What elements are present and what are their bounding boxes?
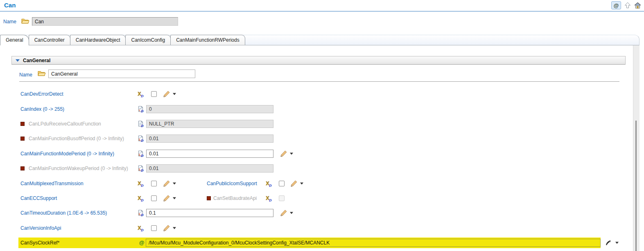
- name-label: Name: [3, 19, 16, 25]
- svg-text:D: D: [269, 183, 272, 187]
- svg-text:D: D: [140, 213, 144, 217]
- boolean-param-icon: XD: [137, 180, 144, 187]
- boolean-param-icon: XD: [265, 195, 272, 202]
- param-row-cantimeoutduration: CanTimeoutDuration (1.0E-6 -> 65.535) 1.…: [0, 206, 639, 220]
- tab-label: CanController: [34, 37, 65, 43]
- param-value-field[interactable]: [146, 150, 273, 158]
- param-value-field[interactable]: [146, 105, 273, 113]
- edit-pencil-icon[interactable]: [290, 180, 298, 187]
- open-folder-icon: [21, 18, 29, 24]
- reference-value-field[interactable]: [146, 239, 601, 247]
- svg-text:D: D: [140, 168, 144, 172]
- editor-window: Can @ Name Gen: [0, 0, 644, 251]
- param-row-cansysclockref: CanSysClockRef* @: [0, 235, 639, 250]
- param-row-canmainfunctionbusoffperiod: CanMainFunctionBusoffPeriod (0 -> Infini…: [0, 131, 639, 146]
- param-row-canlpdureceivecalloutfunction: CanLPduReceiveCalloutFunction D: [0, 117, 639, 131]
- param-checkbox[interactable]: [151, 181, 157, 186]
- page-title: Can: [4, 2, 16, 9]
- svg-text:D: D: [269, 198, 272, 202]
- param-label: CanMainFunctionWakeupPeriod (0 -> Infini…: [29, 166, 128, 171]
- param-row-caneccsupport: CanECCSupport XD CanSetBaudrateApi XD: [0, 191, 639, 206]
- tab-canmainfunctionrwperiods[interactable]: CanMainFunctionRWPeriods: [170, 35, 245, 45]
- param-checkbox: [279, 195, 285, 201]
- disabled-marker: [20, 122, 25, 126]
- chevron-down-icon[interactable]: [173, 182, 176, 184]
- edit-pencil-icon[interactable]: [163, 90, 170, 98]
- reference-at-icon: @: [138, 240, 145, 246]
- tab-label: CanHardwareObject: [76, 37, 120, 43]
- boolean-param-icon: XD: [137, 195, 144, 202]
- up-arrow-icon[interactable]: [624, 2, 631, 9]
- parameter-list: CanDevErrorDetect XD CanIndex (0 -> 255)…: [0, 87, 639, 250]
- edit-pencil-icon[interactable]: [163, 195, 170, 202]
- edit-pencil-icon[interactable]: [163, 180, 170, 187]
- tab-canhardwareobject[interactable]: CanHardwareObject: [70, 35, 126, 45]
- float-param-icon: 1.D: [137, 135, 144, 142]
- param-value-field: [146, 134, 273, 143]
- chevron-down-icon[interactable]: [290, 152, 293, 155]
- page-header: Can @: [0, 0, 644, 11]
- collapse-triangle-icon: [16, 59, 20, 62]
- param-label: CanLPduReceiveCalloutFunction: [29, 121, 101, 127]
- chevron-down-icon[interactable]: [615, 242, 619, 244]
- chevron-down-icon[interactable]: [290, 212, 293, 214]
- container-name-field[interactable]: [48, 69, 195, 78]
- param-label[interactable]: CanDevErrorDetect: [20, 91, 63, 97]
- svg-text:D: D: [140, 94, 144, 98]
- tab-label: CanMainFunctionRWPeriods: [176, 37, 240, 43]
- cangeneral-section-header[interactable]: CanGeneral: [11, 56, 626, 65]
- at-navigation-icon[interactable]: @: [611, 1, 621, 9]
- string-param-icon: D: [137, 120, 144, 127]
- chevron-down-icon[interactable]: [173, 197, 176, 199]
- disabled-marker: [20, 137, 25, 141]
- param-label: CanSetBaudrateApi: [213, 195, 257, 201]
- param-label[interactable]: CanMultiplexedTransmission: [20, 181, 84, 186]
- chevron-down-icon[interactable]: [173, 227, 176, 229]
- tab-general[interactable]: General: [0, 35, 29, 45]
- disabled-marker: [207, 196, 211, 200]
- chevron-down-icon[interactable]: [300, 182, 303, 184]
- edit-pencil-icon[interactable]: [163, 224, 170, 232]
- name-label: Name: [19, 72, 32, 78]
- svg-text:D: D: [140, 228, 144, 231]
- param-value-field: [146, 120, 273, 128]
- param-label[interactable]: CanPublicIcomSupport: [207, 181, 257, 186]
- edit-pencil-icon[interactable]: [280, 209, 287, 217]
- param-label[interactable]: CanMainFunctionModePeriod (0 -> Infinity…: [20, 151, 114, 157]
- wizard-icon[interactable]: [605, 240, 612, 246]
- edit-pencil-icon[interactable]: [280, 150, 287, 157]
- param-label[interactable]: CanIndex (0 -> 255): [20, 106, 64, 112]
- divider: [19, 81, 619, 82]
- tab-cancontroller[interactable]: CanController: [29, 35, 70, 45]
- tab-label: General: [6, 37, 23, 43]
- boolean-param-icon: XD: [137, 91, 144, 98]
- param-row-canmultiplexedtransmission: CanMultiplexedTransmission XD CanPublicI…: [0, 176, 639, 190]
- disabled-marker: [20, 166, 25, 170]
- integer-param-icon: 1D: [137, 105, 144, 112]
- param-checkbox[interactable]: [151, 225, 157, 231]
- module-name-field[interactable]: [32, 17, 178, 26]
- svg-text:D: D: [140, 109, 144, 112]
- param-row-candeverrordetect: CanDevErrorDetect XD: [0, 87, 639, 101]
- open-folder-icon: [38, 70, 46, 76]
- param-label[interactable]: CanECCSupport: [20, 195, 57, 201]
- param-label: CanMainFunctionBusoffPeriod (0 -> Infini…: [29, 136, 124, 141]
- float-param-icon: 1.D: [137, 165, 144, 172]
- svg-text:D: D: [140, 139, 144, 142]
- param-checkbox[interactable]: [279, 181, 285, 186]
- param-checkbox[interactable]: [151, 195, 157, 201]
- tab-label: CanIcomConfig: [131, 37, 165, 43]
- param-label[interactable]: CanSysClockRef*: [20, 240, 59, 246]
- svg-text:D: D: [140, 183, 144, 187]
- param-value-field: [146, 164, 273, 173]
- header-toolbar: @: [611, 1, 642, 9]
- chevron-down-icon[interactable]: [173, 93, 176, 95]
- param-value-field[interactable]: [146, 209, 273, 217]
- home-icon[interactable]: [634, 2, 642, 9]
- param-label[interactable]: CanTimeoutDuration (1.0E-6 -> 65.535): [20, 210, 107, 216]
- param-checkbox[interactable]: [151, 91, 157, 97]
- param-row-canmainfunctionwakeupperiod: CanMainFunctionWakeupPeriod (0 -> Infini…: [0, 161, 639, 176]
- tab-canicomconfig[interactable]: CanIcomConfig: [125, 35, 171, 45]
- param-label[interactable]: CanVersionInfoApi: [20, 225, 61, 231]
- param-row-canindex: CanIndex (0 -> 255) 1D: [0, 101, 639, 116]
